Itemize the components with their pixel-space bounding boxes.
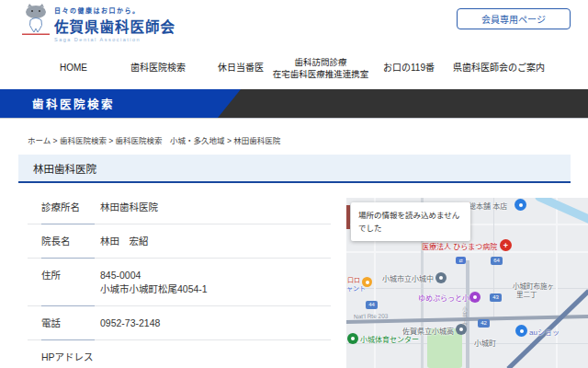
route-shield: 43 [490, 293, 502, 302]
row-value: 林田 宏紹 [100, 235, 149, 248]
shop-icon [515, 325, 527, 337]
poi-town-label: 小城町 [474, 338, 496, 348]
site-title: 佐賀県歯科医師会 [54, 16, 175, 36]
route-203-label: Nat'l Rte 203 [354, 313, 389, 320]
poi-district-label-line2: 里二丁 [516, 289, 537, 299]
table-row: HPアドレス [28, 340, 331, 368]
site-header: 日々の健康はお口から。 佐賀県歯科医師会 Saga Dental Associa… [0, 0, 588, 46]
site-logo[interactable]: 日々の健康はお口から。 佐賀県歯科医師会 Saga Dental Associa… [21, 3, 175, 42]
hospital-icon [500, 239, 512, 251]
nav-home[interactable]: HOME [60, 46, 87, 89]
poi-au-shop-label: auショッ [529, 327, 560, 337]
section-banner: 歯科医院検索 [0, 89, 588, 119]
nav-holiday-dentist[interactable]: 休日当番医 [218, 46, 264, 89]
poi-hiramatsu-hospital-label: 医療法人 ひらまつ病院 [422, 241, 497, 251]
map-street [346, 251, 588, 253]
section-banner-title: 歯科医院検索 [32, 89, 115, 118]
poi-junior-high-label: 小城市立小城中 [382, 273, 434, 283]
row-value: 0952-73-2148 [100, 316, 160, 330]
site-subtitle: Saga Dental Association [54, 37, 175, 42]
poi-yumeplat-label: ゆめぷらっと小城 [418, 293, 477, 303]
map-embed[interactable]: 村岡総本舗 本店 医療法人 ひらまつ病院 ⇄ 64 口ロ ャント 小城市立小城中… [346, 198, 588, 368]
nav-clinic-search[interactable]: 歯科医院検索 [130, 46, 186, 89]
row-label: 診療所名 [41, 201, 100, 214]
table-row: 住所 845-0004 小城市小城町松尾4054-1 [28, 259, 331, 306]
nav-mouth-119[interactable]: お口の119番 [383, 46, 435, 89]
mascot-icon [21, 3, 51, 36]
nav-home-visit-dentistry[interactable]: 歯科訪問診療 在宅歯科医療推進連携室 [273, 46, 369, 89]
row-label: HPアドレス [41, 351, 100, 364]
member-page-button[interactable]: 会員専用ページ [457, 8, 571, 29]
route-shield: 64 [491, 257, 503, 265]
map-error-infobox: 場所の情報を読み込めませんでした [351, 202, 470, 241]
shop-icon [514, 199, 526, 211]
main-nav: HOME 歯科医院検索 休日当番医 歯科訪問診療 在宅歯科医療推進連携室 お口の… [0, 46, 588, 89]
table-row: 電話 0952-73-2148 [28, 306, 331, 340]
logo-text: 日々の健康はお口から。 佐賀県歯科医師会 Saga Dental Associa… [54, 3, 175, 42]
route-shield: 44 [366, 301, 378, 309]
transit-icon: ⇄ [456, 257, 466, 264]
row-label: 院長名 [41, 235, 100, 248]
school-icon [456, 324, 467, 335]
table-row: 院長名 林田 宏紹 [28, 224, 331, 259]
sports-center-icon [347, 333, 358, 344]
row-label: 電話 [41, 316, 100, 330]
site-tagline: 日々の健康はお口から。 [54, 6, 175, 15]
map-river [534, 198, 588, 227]
school-icon [435, 272, 447, 283]
landmark-icon [469, 292, 481, 303]
page: 日々の健康はお口から。 佐賀県歯科医師会 Saga Dental Associa… [0, 0, 588, 368]
clinic-detail-table: 診療所名 林田歯科医院 院長名 林田 宏紹 住所 845-0004 小城市小城町… [28, 190, 331, 368]
route-shield: 42 [478, 319, 490, 328]
poi-gym-label: 小城体育センター [360, 334, 419, 344]
breadcrumb[interactable]: ホーム > 歯科医院検索 > 歯科医院検索 小城・多久地域 > 林田歯科医院 [28, 134, 280, 145]
shop-icon [362, 277, 372, 287]
row-label: 住所 [41, 269, 100, 296]
nav-association-guide[interactable]: 県歯科医師会のご案内 [453, 46, 545, 89]
table-row: 診療所名 林田歯科医院 [28, 190, 331, 224]
row-value: 845-0004 小城市小城町松尾4054-1 [100, 269, 208, 296]
page-title: 林田歯科医院 [33, 161, 96, 176]
map-partial-label [346, 205, 350, 229]
page-title-bar: 林田歯科医院 [18, 155, 571, 183]
row-value: 林田歯科医院 [100, 201, 158, 214]
nav-home-visit-line1: 歯科訪問診療 [294, 56, 346, 68]
nav-home-visit-line2: 在宅歯科医療推進連携室 [273, 68, 369, 80]
